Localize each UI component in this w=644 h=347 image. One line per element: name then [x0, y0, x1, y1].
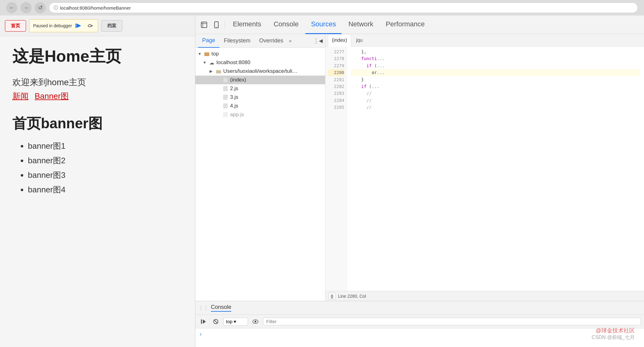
- banner-link[interactable]: Banner图: [35, 91, 69, 102]
- tree-label-partial: app.js: [230, 112, 244, 118]
- svg-rect-4: [201, 22, 207, 28]
- inspect-element-button[interactable]: [198, 19, 210, 30]
- devtools-body: Page Filesystem Overrides » ⋮ ◀: [195, 34, 644, 347]
- tree-item-2js[interactable]: 2.js: [195, 84, 325, 93]
- folder-icon-users: [216, 68, 221, 74]
- console-block-icon: [213, 319, 219, 324]
- status-position: Line 2280, Col: [338, 294, 366, 299]
- sources-collapse-button[interactable]: ◀: [319, 38, 323, 44]
- address-text: localhost:8080/home/homeBanner: [60, 5, 131, 11]
- page-content: 首页 Paused in debugger 档案: [0, 15, 195, 347]
- sources-tab-page[interactable]: Page: [198, 34, 220, 48]
- line-num-2279: 2279: [328, 62, 344, 69]
- tab-sources[interactable]: Sources: [305, 15, 342, 34]
- folder-icon-top: [204, 51, 210, 57]
- tree-item-4js[interactable]: 4.js: [195, 102, 325, 110]
- tree-label-4js: 4.js: [230, 103, 238, 109]
- tree-item-3js[interactable]: 3.js: [195, 93, 325, 102]
- browser-chrome: ← → ↺ ⓘ localhost:8080/home/homeBanner: [0, 0, 644, 15]
- sources-tabs: Page Filesystem Overrides » ⋮ ◀: [195, 34, 325, 48]
- code-line-2284: //: [351, 97, 640, 104]
- header-separator: [224, 20, 225, 29]
- console-drag-handle[interactable]: ⋮⋮: [198, 305, 208, 311]
- archive-button[interactable]: 档案: [101, 20, 122, 32]
- line-num-2283: 2283: [328, 90, 344, 97]
- console-title: Console: [211, 304, 231, 312]
- svg-point-21: [255, 321, 256, 323]
- svg-line-19: [214, 320, 218, 323]
- line-num-2280: 2280: [328, 69, 344, 76]
- tree-item-top[interactable]: ▼ top: [195, 50, 325, 58]
- home-button[interactable]: 首页: [5, 20, 26, 32]
- tab-console[interactable]: Console: [268, 15, 304, 34]
- tree-label-localhost: localhost:8080: [216, 59, 250, 66]
- code-line-2285: //: [351, 104, 640, 111]
- sources-tab-more[interactable]: »: [289, 38, 292, 44]
- console-block-button[interactable]: [211, 317, 221, 327]
- step-over-button[interactable]: [85, 21, 94, 30]
- list-item-4: banner图4: [28, 184, 183, 195]
- code-content: }, functi... if (... or... } if (... // …: [347, 46, 644, 291]
- svg-marker-0: [77, 24, 81, 28]
- code-tab-index[interactable]: (index): [328, 34, 351, 46]
- console-play-icon: [201, 319, 206, 324]
- cloud-icon-localhost: ☁: [209, 60, 215, 65]
- banner-list: banner图1 banner图2 banner图3 banner图4: [12, 141, 183, 195]
- tab-performance[interactable]: Performance: [380, 15, 430, 34]
- sources-tab-overrides[interactable]: Overrides: [255, 34, 288, 48]
- tree-arrow-top: ▼: [198, 52, 202, 56]
- main-area: 首页 Paused in debugger 档案: [0, 15, 644, 347]
- sources-menu-button[interactable]: ⋮: [313, 37, 319, 44]
- code-line-2278: functi...: [351, 55, 640, 62]
- line-numbers: 2277 2278 2279 2280 2281 2282 2283 2284 …: [325, 46, 347, 291]
- address-info-icon: ⓘ: [54, 5, 58, 11]
- line-num-2277: 2277: [328, 48, 344, 55]
- console-body: ›: [195, 328, 644, 347]
- forward-button[interactable]: →: [20, 2, 32, 13]
- tree-item-index[interactable]: (index): [195, 76, 325, 84]
- tree-arrow-users: ▶: [210, 69, 214, 73]
- console-filter-input[interactable]: [263, 318, 641, 325]
- news-link[interactable]: 新闻: [12, 91, 28, 102]
- code-tabs: (index) jqu: [325, 34, 644, 46]
- format-code-button[interactable]: {}: [329, 293, 336, 299]
- devtools-panel: Elements Console Sources Network Perform…: [195, 15, 644, 347]
- code-tab-jqu[interactable]: jqu: [352, 34, 366, 46]
- code-area: 2277 2278 2279 2280 2281 2282 2283 2284 …: [325, 46, 644, 291]
- tree-item-localhost[interactable]: ▼ ☁ localhost:8080: [195, 58, 325, 67]
- watermark-line2: CSDN @前端_七月: [592, 334, 635, 341]
- console-context-select[interactable]: top ▾: [223, 318, 248, 326]
- svg-rect-16: [201, 319, 202, 324]
- tree-label-users: Users/luoxiaoli/workspace/tuling/workspa…: [223, 68, 298, 74]
- reload-button[interactable]: ↺: [35, 2, 46, 13]
- file-icon-index: [223, 77, 228, 83]
- inspect-icon: [201, 21, 207, 28]
- device-toggle-button[interactable]: [211, 19, 222, 30]
- code-line-2277: },: [351, 48, 640, 55]
- list-item-1: banner图1: [28, 141, 183, 152]
- address-bar[interactable]: ⓘ localhost:8080/home/homeBanner: [49, 2, 638, 13]
- resume-icon: [76, 23, 82, 29]
- console-resume-button[interactable]: [198, 317, 208, 327]
- svg-marker-2: [92, 25, 93, 27]
- file-icon-partial: [223, 112, 228, 117]
- list-item-3: banner图3: [28, 170, 183, 181]
- resume-button[interactable]: [74, 21, 83, 30]
- code-line-2281: }: [351, 76, 640, 83]
- console-prompt[interactable]: ›: [200, 331, 202, 337]
- console-eye-button[interactable]: [250, 317, 260, 327]
- tab-network[interactable]: Network: [343, 15, 379, 34]
- list-item-2: banner图2: [28, 155, 183, 166]
- sources-left: Page Filesystem Overrides » ⋮ ◀: [195, 34, 325, 301]
- line-num-2278: 2278: [328, 55, 344, 62]
- tree-item-users[interactable]: ▶ Users/luoxiaoli/workspace/tuling/works…: [195, 67, 325, 76]
- file-icon-2js: [223, 86, 228, 91]
- tree-item-partial[interactable]: app.js: [195, 110, 325, 119]
- sources-tab-filesystem[interactable]: Filesystem: [220, 34, 255, 48]
- back-button[interactable]: ←: [6, 2, 17, 13]
- tab-elements[interactable]: Elements: [227, 15, 267, 34]
- console-context-arrow: ▾: [234, 319, 236, 324]
- eye-icon: [252, 319, 259, 324]
- tree-label-2js: 2.js: [230, 86, 238, 92]
- code-line-2279: if (...: [351, 62, 640, 69]
